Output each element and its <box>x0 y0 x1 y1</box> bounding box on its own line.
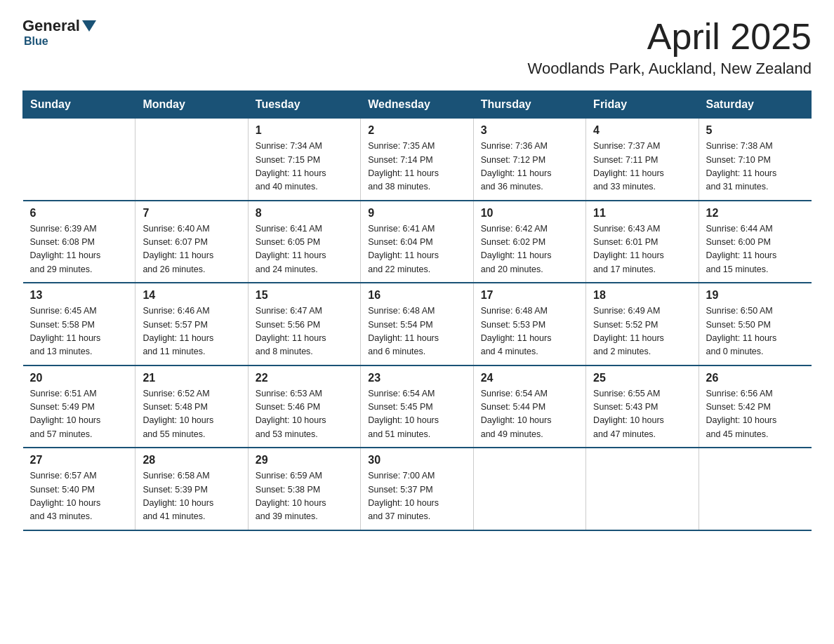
day-number: 10 <box>481 207 578 220</box>
calendar-cell: 21Sunrise: 6:52 AM Sunset: 5:48 PM Dayli… <box>135 365 248 448</box>
weekday-header-saturday: Saturday <box>699 91 811 119</box>
calendar-cell: 19Sunrise: 6:50 AM Sunset: 5:50 PM Dayli… <box>699 283 811 365</box>
day-number: 9 <box>368 207 465 220</box>
day-info: Sunrise: 7:35 AM Sunset: 7:14 PM Dayligh… <box>368 140 465 194</box>
calendar-cell: 8Sunrise: 6:41 AM Sunset: 6:05 PM Daylig… <box>248 201 360 283</box>
calendar-cell <box>135 119 248 201</box>
day-info: Sunrise: 6:53 AM Sunset: 5:46 PM Dayligh… <box>256 387 353 442</box>
day-info: Sunrise: 6:45 AM Sunset: 5:58 PM Dayligh… <box>30 304 128 359</box>
weekday-header-thursday: Thursday <box>473 91 585 119</box>
calendar-cell: 22Sunrise: 6:53 AM Sunset: 5:46 PM Dayli… <box>248 365 360 448</box>
day-number: 27 <box>30 454 128 467</box>
day-info: Sunrise: 6:47 AM Sunset: 5:56 PM Dayligh… <box>256 304 353 359</box>
day-number: 17 <box>481 289 578 302</box>
day-number: 11 <box>593 207 691 220</box>
day-info: Sunrise: 7:36 AM Sunset: 7:12 PM Dayligh… <box>481 140 578 194</box>
calendar-cell: 27Sunrise: 6:57 AM Sunset: 5:40 PM Dayli… <box>23 448 135 530</box>
calendar-cell: 13Sunrise: 6:45 AM Sunset: 5:58 PM Dayli… <box>23 283 135 365</box>
weekday-header-wednesday: Wednesday <box>361 91 473 119</box>
calendar-cell: 11Sunrise: 6:43 AM Sunset: 6:01 PM Dayli… <box>586 201 699 283</box>
day-info: Sunrise: 7:00 AM Sunset: 5:37 PM Dayligh… <box>368 469 465 524</box>
day-info: Sunrise: 6:57 AM Sunset: 5:40 PM Dayligh… <box>30 469 128 524</box>
day-info: Sunrise: 6:42 AM Sunset: 6:02 PM Dayligh… <box>481 222 578 277</box>
day-info: Sunrise: 6:46 AM Sunset: 5:57 PM Dayligh… <box>143 304 240 359</box>
day-info: Sunrise: 6:48 AM Sunset: 5:53 PM Dayligh… <box>481 304 578 359</box>
calendar-cell: 20Sunrise: 6:51 AM Sunset: 5:49 PM Dayli… <box>23 365 135 448</box>
calendar-cell <box>473 448 585 530</box>
calendar-cell: 7Sunrise: 6:40 AM Sunset: 6:07 PM Daylig… <box>135 201 248 283</box>
calendar-cell <box>586 448 699 530</box>
day-info: Sunrise: 6:59 AM Sunset: 5:38 PM Dayligh… <box>256 469 353 524</box>
day-number: 12 <box>706 207 805 220</box>
day-number: 14 <box>143 289 240 302</box>
calendar-table: SundayMondayTuesdayWednesdayThursdayFrid… <box>22 90 812 531</box>
weekday-header-friday: Friday <box>586 91 699 119</box>
calendar-week-row: 13Sunrise: 6:45 AM Sunset: 5:58 PM Dayli… <box>23 283 812 365</box>
weekday-header-sunday: Sunday <box>23 91 135 119</box>
calendar-cell: 3Sunrise: 7:36 AM Sunset: 7:12 PM Daylig… <box>473 119 585 201</box>
weekday-header-monday: Monday <box>135 91 248 119</box>
day-info: Sunrise: 6:41 AM Sunset: 6:04 PM Dayligh… <box>368 222 465 277</box>
calendar-cell: 15Sunrise: 6:47 AM Sunset: 5:56 PM Dayli… <box>248 283 360 365</box>
day-number: 16 <box>368 289 465 302</box>
calendar-week-row: 27Sunrise: 6:57 AM Sunset: 5:40 PM Dayli… <box>23 448 812 530</box>
day-info: Sunrise: 6:52 AM Sunset: 5:48 PM Dayligh… <box>143 387 240 442</box>
day-info: Sunrise: 6:50 AM Sunset: 5:50 PM Dayligh… <box>706 304 805 359</box>
day-number: 19 <box>706 289 805 302</box>
day-info: Sunrise: 6:54 AM Sunset: 5:45 PM Dayligh… <box>368 387 465 442</box>
calendar-cell: 30Sunrise: 7:00 AM Sunset: 5:37 PM Dayli… <box>361 448 473 530</box>
day-number: 4 <box>593 124 691 137</box>
calendar-week-row: 6Sunrise: 6:39 AM Sunset: 6:08 PM Daylig… <box>23 201 812 283</box>
calendar-cell: 5Sunrise: 7:38 AM Sunset: 7:10 PM Daylig… <box>699 119 811 201</box>
day-number: 25 <box>593 372 691 384</box>
day-number: 30 <box>368 454 465 467</box>
day-info: Sunrise: 6:40 AM Sunset: 6:07 PM Dayligh… <box>143 222 240 277</box>
weekday-header-tuesday: Tuesday <box>248 91 360 119</box>
calendar-cell <box>23 119 135 201</box>
day-info: Sunrise: 6:44 AM Sunset: 6:00 PM Dayligh… <box>706 222 805 277</box>
day-number: 26 <box>706 372 805 384</box>
calendar-cell: 28Sunrise: 6:58 AM Sunset: 5:39 PM Dayli… <box>135 448 248 530</box>
day-number: 6 <box>30 207 128 220</box>
month-title: April 2025 <box>528 17 812 57</box>
calendar-cell: 2Sunrise: 7:35 AM Sunset: 7:14 PM Daylig… <box>361 119 473 201</box>
logo-general-text: General <box>22 17 80 35</box>
calendar-cell: 29Sunrise: 6:59 AM Sunset: 5:38 PM Dayli… <box>248 448 360 530</box>
calendar-week-row: 1Sunrise: 7:34 AM Sunset: 7:15 PM Daylig… <box>23 119 812 201</box>
calendar-cell: 6Sunrise: 6:39 AM Sunset: 6:08 PM Daylig… <box>23 201 135 283</box>
calendar-cell: 26Sunrise: 6:56 AM Sunset: 5:42 PM Dayli… <box>699 365 811 448</box>
logo-blue-text: Blue <box>24 35 48 48</box>
day-number: 1 <box>256 124 353 137</box>
day-number: 15 <box>256 289 353 302</box>
location-title: Woodlands Park, Auckland, New Zealand <box>528 60 812 78</box>
calendar-cell: 17Sunrise: 6:48 AM Sunset: 5:53 PM Dayli… <box>473 283 585 365</box>
day-info: Sunrise: 6:43 AM Sunset: 6:01 PM Dayligh… <box>593 222 691 277</box>
day-info: Sunrise: 6:56 AM Sunset: 5:42 PM Dayligh… <box>706 387 805 442</box>
day-number: 7 <box>143 207 240 220</box>
day-number: 24 <box>481 372 578 384</box>
calendar-cell: 4Sunrise: 7:37 AM Sunset: 7:11 PM Daylig… <box>586 119 699 201</box>
day-number: 20 <box>30 372 128 384</box>
day-number: 18 <box>593 289 691 302</box>
calendar-header: SundayMondayTuesdayWednesdayThursdayFrid… <box>23 91 812 119</box>
day-info: Sunrise: 6:51 AM Sunset: 5:49 PM Dayligh… <box>30 387 128 442</box>
day-info: Sunrise: 6:48 AM Sunset: 5:54 PM Dayligh… <box>368 304 465 359</box>
day-info: Sunrise: 6:58 AM Sunset: 5:39 PM Dayligh… <box>143 469 240 524</box>
calendar-body: 1Sunrise: 7:34 AM Sunset: 7:15 PM Daylig… <box>23 119 812 530</box>
calendar-cell: 24Sunrise: 6:54 AM Sunset: 5:44 PM Dayli… <box>473 365 585 448</box>
calendar-cell: 25Sunrise: 6:55 AM Sunset: 5:43 PM Dayli… <box>586 365 699 448</box>
page-header: General Blue April 2025 Woodlands Park, … <box>22 17 812 78</box>
day-number: 22 <box>256 372 353 384</box>
calendar-cell: 9Sunrise: 6:41 AM Sunset: 6:04 PM Daylig… <box>361 201 473 283</box>
day-info: Sunrise: 6:39 AM Sunset: 6:08 PM Dayligh… <box>30 222 128 277</box>
day-number: 21 <box>143 372 240 384</box>
logo-arrow-icon <box>82 20 96 32</box>
calendar-cell <box>699 448 811 530</box>
calendar-cell: 23Sunrise: 6:54 AM Sunset: 5:45 PM Dayli… <box>361 365 473 448</box>
day-info: Sunrise: 6:41 AM Sunset: 6:05 PM Dayligh… <box>256 222 353 277</box>
calendar-week-row: 20Sunrise: 6:51 AM Sunset: 5:49 PM Dayli… <box>23 365 812 448</box>
day-info: Sunrise: 6:55 AM Sunset: 5:43 PM Dayligh… <box>593 387 691 442</box>
day-info: Sunrise: 7:38 AM Sunset: 7:10 PM Dayligh… <box>706 140 805 194</box>
calendar-cell: 16Sunrise: 6:48 AM Sunset: 5:54 PM Dayli… <box>361 283 473 365</box>
calendar-cell: 12Sunrise: 6:44 AM Sunset: 6:00 PM Dayli… <box>699 201 811 283</box>
